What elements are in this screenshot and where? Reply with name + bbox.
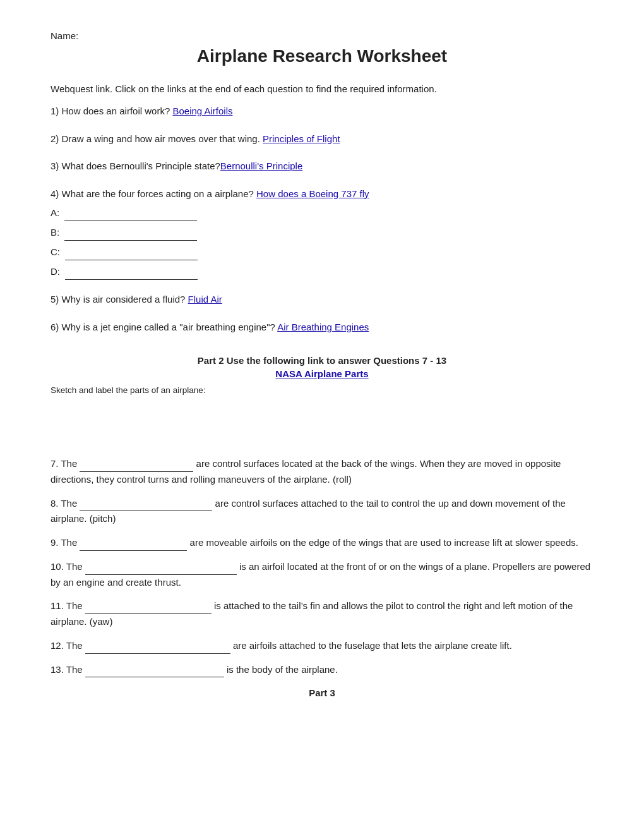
answer-d: D: bbox=[51, 263, 593, 280]
part2-header: Part 2 Use the following link to answer … bbox=[51, 355, 593, 366]
principles-of-flight-link[interactable]: Principles of Flight bbox=[263, 133, 340, 144]
answer-c: C: bbox=[51, 243, 593, 260]
fluid-air-link[interactable]: Fluid Air bbox=[188, 294, 222, 305]
question-5: 5) Why is air considered a fluid? Fluid … bbox=[51, 291, 593, 308]
question-6: 6) Why is a jet engine called a "air bre… bbox=[51, 319, 593, 335]
sketch-area bbox=[51, 399, 593, 449]
fill-question-9: 9. The are moveable airfoils on the edge… bbox=[51, 535, 593, 551]
sketch-label: Sketch and label the parts of an airplan… bbox=[51, 385, 593, 395]
nasa-link-container: NASA Airplane Parts bbox=[51, 368, 593, 379]
part3-header: Part 3 bbox=[51, 687, 593, 698]
boeing-737-link[interactable]: How does a Boeing 737 fly bbox=[256, 188, 369, 199]
question-3: 3) What does Bernoulli's Principle state… bbox=[51, 158, 593, 174]
question-1: 1) How does an airfoil work? Boeing Airf… bbox=[51, 103, 593, 119]
fill-question-7: 7. The are control surfaces located at t… bbox=[51, 456, 593, 488]
fill-question-12: 12. The are airfoils attached to the fus… bbox=[51, 638, 593, 654]
question-2: 2) Draw a wing and how air moves over th… bbox=[51, 131, 593, 147]
air-breathing-engines-link[interactable]: Air Breathing Engines bbox=[277, 322, 369, 332]
boeing-airfoils-link[interactable]: Boeing Airfoils bbox=[172, 106, 232, 116]
bernoulli-link[interactable]: Bernoulli's Principle bbox=[220, 160, 302, 171]
answer-a: A: bbox=[51, 204, 593, 221]
fill-question-13: 13. The is the body of the airplane. bbox=[51, 662, 593, 678]
intro-text: Webquest link. Click on the links at the… bbox=[51, 82, 593, 97]
fill-question-11: 11. The is attached to the tail’s fin an… bbox=[51, 598, 593, 630]
answer-b: B: bbox=[51, 224, 593, 241]
question-4: 4) What are the four forces acting on a … bbox=[51, 186, 593, 281]
page-title: Airplane Research Worksheet bbox=[51, 46, 593, 66]
fill-question-10: 10. The is an airfoil located at the fro… bbox=[51, 559, 593, 591]
fill-question-8: 8. The are control surfaces attached to … bbox=[51, 495, 593, 528]
nasa-airplane-parts-link[interactable]: NASA Airplane Parts bbox=[275, 368, 368, 379]
name-line: Name: bbox=[51, 30, 593, 41]
